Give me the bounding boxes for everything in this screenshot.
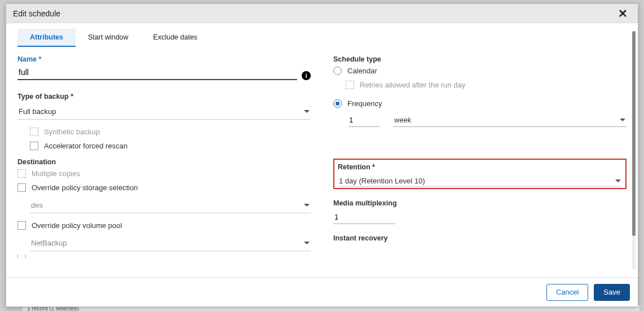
override-storage-checkbox[interactable] — [17, 183, 26, 192]
accelerator-forced-rescan-row[interactable]: Accelerator forced rescan — [30, 142, 311, 150]
multiple-copies-checkbox — [17, 169, 26, 178]
type-of-backup-label: Type of backup * — [17, 93, 311, 100]
dialog-titlebar: Edit schedule ✕ — [6, 4, 638, 23]
retention-value: 1 day (Retention Level 10) — [339, 177, 425, 185]
override-volume-row[interactable]: Override policy volume pool — [17, 221, 311, 230]
save-button[interactable]: Save — [594, 284, 630, 301]
dialog-body: Attributes Start window Exclude dates Na… — [6, 23, 638, 277]
accelerator-forced-rescan-label: Accelerator forced rescan — [44, 142, 127, 150]
chevron-down-icon — [304, 110, 310, 113]
cancel-button[interactable]: Cancel — [546, 284, 588, 301]
cutoff-row[interactable] — [17, 255, 311, 258]
accelerator-forced-rescan-checkbox[interactable] — [30, 142, 38, 150]
retries-label: Retries allowed after the run day — [360, 81, 465, 89]
multiple-copies-label: Multiple copies — [32, 169, 80, 178]
dialog-footer: Cancel Save — [6, 277, 638, 306]
name-field-label: Name * — [17, 55, 311, 63]
retention-highlight-box: Retention * 1 day (Retention Level 10) — [333, 159, 627, 189]
override-volume-label: Override policy volume pool — [32, 221, 122, 230]
storage-selection-select: des — [30, 198, 311, 213]
frequency-unit-select[interactable]: week — [393, 113, 627, 127]
override-storage-label: Override policy storage selection — [32, 183, 138, 192]
frequency-radio-label: Frequency — [347, 99, 382, 108]
chevron-down-icon — [304, 242, 310, 244]
chevron-down-icon — [615, 179, 621, 182]
schedule-type-label: Schedule type — [333, 55, 627, 63]
frequency-number-input[interactable] — [348, 113, 380, 127]
right-column: Schedule type Calendar Retries allowed a… — [333, 55, 627, 264]
left-column: Name * i Type of backup * Full backup — [17, 55, 311, 264]
volume-pool-select: NetBackup — [30, 235, 311, 251]
type-of-backup-value: Full backup — [19, 107, 56, 116]
chevron-down-icon — [304, 204, 310, 207]
calendar-radio-row[interactable]: Calendar — [333, 67, 627, 75]
dialog-scrollarea: Attributes Start window Exclude dates Na… — [6, 23, 638, 277]
retention-select[interactable]: 1 day (Retention Level 10) — [338, 173, 622, 187]
instant-recovery-label: Instant recovery — [333, 234, 627, 242]
destination-label: Destination — [17, 158, 311, 166]
edit-schedule-dialog: Edit schedule ✕ Attributes Start window … — [6, 3, 638, 307]
override-storage-row[interactable]: Override policy storage selection — [17, 183, 311, 192]
tab-start-window[interactable]: Start window — [76, 29, 141, 47]
retention-label: Retention * — [338, 163, 622, 171]
frequency-radio[interactable] — [333, 99, 342, 108]
override-volume-checkbox[interactable] — [17, 221, 26, 230]
volume-pool-value: NetBackup — [31, 239, 67, 247]
calendar-radio-label: Calendar — [347, 67, 377, 75]
retries-row: Retries allowed after the run day — [346, 81, 627, 89]
scrollbar-thumb[interactable] — [632, 31, 636, 236]
scrollbar-track[interactable] — [632, 31, 636, 269]
retries-checkbox — [346, 81, 354, 89]
tab-exclude-dates[interactable]: Exclude dates — [141, 29, 210, 47]
tabs: Attributes Start window Exclude dates — [17, 29, 627, 47]
calendar-radio[interactable] — [333, 67, 342, 75]
dialog-title: Edit schedule — [13, 9, 60, 18]
tab-attributes[interactable]: Attributes — [17, 29, 76, 47]
synthetic-backup-checkbox — [30, 128, 38, 136]
frequency-unit-value: week — [394, 116, 411, 124]
frequency-radio-row[interactable]: Frequency — [333, 99, 627, 108]
synthetic-backup-label: Synthetic backup — [44, 128, 100, 136]
cutoff-checkbox[interactable] — [17, 255, 26, 258]
multiple-copies-row: Multiple copies — [17, 169, 311, 178]
info-icon[interactable]: i — [302, 71, 311, 80]
name-input[interactable] — [17, 65, 297, 80]
storage-selection-value: des — [31, 201, 43, 209]
chevron-down-icon — [620, 119, 625, 121]
synthetic-backup-row: Synthetic backup — [30, 128, 311, 136]
type-of-backup-select[interactable]: Full backup — [17, 104, 311, 120]
media-multiplexing-label: Media multiplexing — [333, 199, 627, 207]
close-icon[interactable]: ✕ — [615, 6, 631, 21]
media-multiplexing-input[interactable] — [333, 211, 395, 224]
